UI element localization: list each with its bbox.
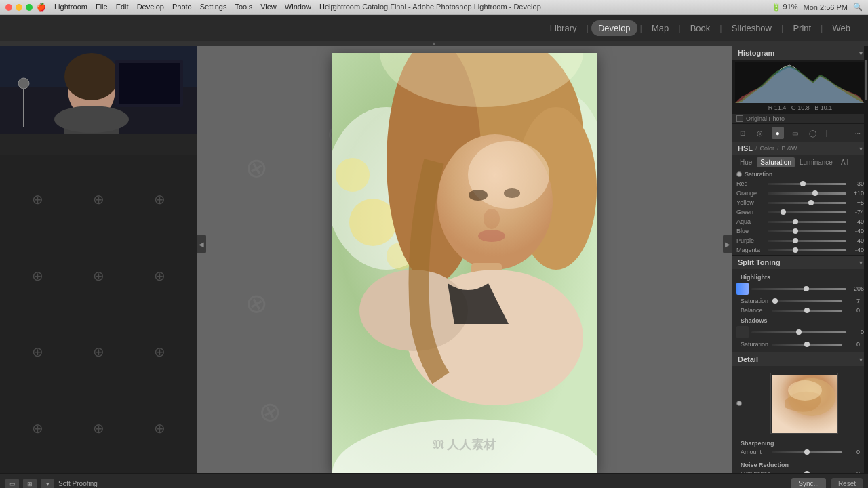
highlights-sat-thumb[interactable] <box>772 298 778 304</box>
search-icon[interactable]: 🔍 <box>853 3 863 12</box>
aqua-value: -40 <box>849 218 864 225</box>
orange-track[interactable] <box>768 192 846 195</box>
graduated-tool[interactable]: ▭ <box>789 127 802 139</box>
hsl-color[interactable]: Color <box>760 145 775 152</box>
shadows-hue-row: 0 <box>736 325 864 340</box>
sharpening-amount-thumb[interactable] <box>804 449 810 455</box>
menu-photo[interactable]: Photo <box>172 3 192 12</box>
close-button[interactable] <box>5 4 12 11</box>
histogram-header[interactable]: Histogram ▾ <box>732 46 868 60</box>
hsl-header[interactable]: HSL / Color / B &W ▾ <box>732 142 868 155</box>
menu-settings[interactable]: Settings <box>200 3 227 12</box>
maximize-button[interactable] <box>26 4 33 11</box>
tab-saturation[interactable]: Saturation <box>757 157 795 167</box>
detail-header[interactable]: Detail ▾ <box>732 352 868 366</box>
menu-bar[interactable]: 🍎 Lightroom File Edit Develop Photo Sett… <box>37 3 335 12</box>
highlights-hue-thumb[interactable] <box>804 286 809 291</box>
nav-print[interactable]: Print <box>786 20 818 36</box>
radial-tool[interactable]: ◯ <box>807 127 819 139</box>
view-mode-single[interactable]: ▭ <box>5 479 19 489</box>
top-collapse[interactable]: ▲ <box>0 41 868 46</box>
blue-thumb[interactable] <box>793 228 798 234</box>
highlights-sat-track[interactable] <box>772 300 842 302</box>
sharpening-amount-track[interactable] <box>772 451 842 453</box>
view-dropdown[interactable]: ▾ <box>41 479 54 489</box>
aqua-track[interactable] <box>768 221 846 223</box>
yellow-thumb[interactable] <box>808 200 814 205</box>
left-collapse-arrow[interactable]: ◀ <box>197 235 206 253</box>
spot-tool[interactable]: ◎ <box>754 127 766 139</box>
shadows-sat-thumb[interactable] <box>804 342 810 347</box>
menu-view[interactable]: View <box>260 3 277 12</box>
yellow-track[interactable] <box>768 202 846 204</box>
view-mode-compare[interactable]: ⊞ <box>23 479 37 489</box>
title-bar-right: 🔋 91% Mon 2:56 PM 🔍 <box>772 3 863 12</box>
nav-map[interactable]: Map <box>645 20 675 36</box>
menu-file[interactable]: File <box>96 3 108 12</box>
magenta-track[interactable] <box>768 249 846 251</box>
split-toning-header[interactable]: Split Toning ▾ <box>732 256 868 269</box>
purple-track[interactable] <box>768 240 846 242</box>
yellow-label: Yellow <box>736 199 765 206</box>
sharpening-amount-label: Amount <box>741 449 769 455</box>
photo-container: 𝔐 人人素材 <box>332 53 597 473</box>
red-thumb[interactable] <box>800 181 806 186</box>
detail-arrow: ▾ <box>859 356 863 363</box>
orange-thumb[interactable] <box>812 190 818 196</box>
luminance-track[interactable] <box>772 473 842 474</box>
magenta-thumb[interactable] <box>793 247 798 253</box>
redeye-tool[interactable]: ● <box>772 127 784 139</box>
menu-lightroom[interactable]: Lightroom <box>54 3 87 12</box>
hsl-bw[interactable]: B &W <box>782 145 797 152</box>
green-thumb[interactable] <box>781 209 786 215</box>
more-tool[interactable]: ··· <box>852 127 864 139</box>
brush-tool[interactable]: – <box>834 127 846 139</box>
nav-book[interactable]: Book <box>684 20 717 36</box>
tab-luminance[interactable]: Luminance <box>796 157 836 167</box>
minimize-button[interactable] <box>16 4 22 11</box>
shadows-hue-thumb[interactable] <box>796 329 802 335</box>
crop-tool[interactable]: ⊡ <box>736 127 749 139</box>
highlights-color-swatch[interactable] <box>736 283 749 295</box>
shadows-hue-track[interactable] <box>751 331 846 333</box>
shadows-sat-track[interactable] <box>772 344 842 346</box>
slider-yellow: Yellow +5 <box>732 198 868 207</box>
tab-hue[interactable]: Hue <box>736 157 755 167</box>
balance-track[interactable] <box>772 310 842 312</box>
blue-track[interactable] <box>768 230 846 232</box>
menu-window[interactable]: Window <box>285 3 311 12</box>
menu-apple[interactable]: 🍎 <box>37 3 46 12</box>
highlights-hue-track[interactable] <box>751 288 846 290</box>
balance-thumb[interactable] <box>804 308 810 313</box>
menu-develop[interactable]: Develop <box>137 3 164 12</box>
svg-point-32 <box>504 188 520 198</box>
svg-point-10 <box>18 78 29 89</box>
shadows-color-swatch[interactable] <box>736 326 749 338</box>
green-track[interactable] <box>768 211 846 214</box>
nav-develop[interactable]: Develop <box>591 20 637 36</box>
nav-library[interactable]: Library <box>543 20 584 36</box>
wm-5: ⊕ <box>75 245 122 308</box>
right-collapse-arrow[interactable]: ▶ <box>723 235 732 253</box>
balance-row: Balance 0 <box>736 306 864 315</box>
shadows-sat-row: Saturation 0 <box>736 340 864 349</box>
menu-edit[interactable]: Edit <box>116 3 129 12</box>
scrollbar-thumb[interactable] <box>865 60 867 100</box>
purple-thumb[interactable] <box>793 238 798 243</box>
saturation-toggle[interactable] <box>736 171 742 177</box>
nav-slideshow[interactable]: Slideshow <box>725 20 778 36</box>
luminance-thumb[interactable] <box>804 471 810 473</box>
reset-button[interactable]: Reset <box>831 478 863 488</box>
blue-value: -40 <box>849 228 864 235</box>
detail-toggle[interactable] <box>736 401 742 406</box>
red-track[interactable] <box>768 183 846 185</box>
traffic-lights[interactable] <box>5 4 33 11</box>
menu-tools[interactable]: Tools <box>235 3 252 12</box>
sync-button[interactable]: Sync... <box>791 478 826 488</box>
tab-all[interactable]: All <box>837 157 852 167</box>
aqua-thumb[interactable] <box>793 219 798 224</box>
wm-9: ⊕ <box>136 321 183 384</box>
right-panel-scrollbar[interactable] <box>864 46 868 473</box>
original-photo-checkbox[interactable] <box>736 115 743 122</box>
nav-web[interactable]: Web <box>826 20 858 36</box>
